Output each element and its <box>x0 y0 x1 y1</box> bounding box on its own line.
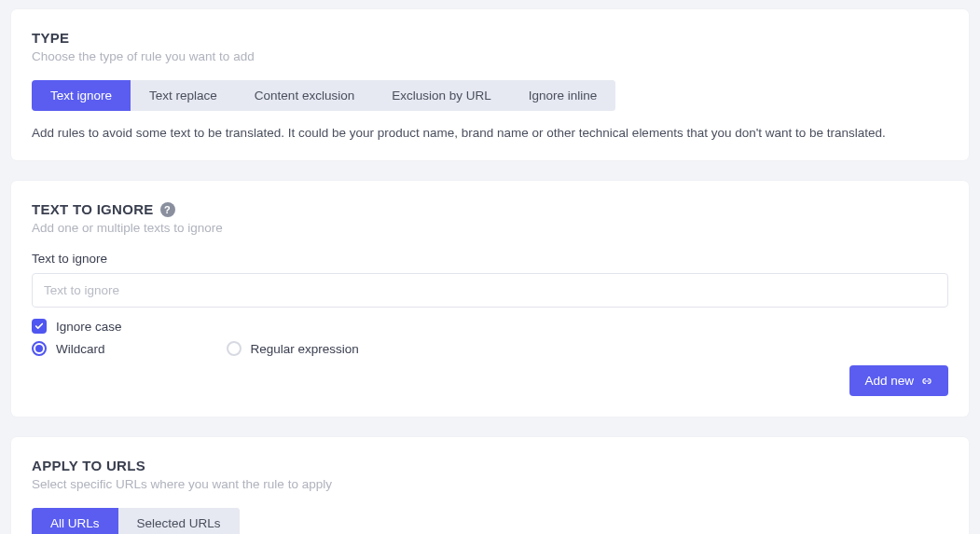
ignore-case-checkbox[interactable] <box>32 319 47 334</box>
apply-tabs: All URLs Selected URLs <box>32 508 240 534</box>
type-title: TYPE <box>32 30 948 46</box>
ignore-case-row[interactable]: Ignore case <box>32 319 948 334</box>
tab-content-exclusion[interactable]: Content exclusion <box>236 80 373 111</box>
tab-all-urls[interactable]: All URLs <box>32 508 118 534</box>
text-to-ignore-input[interactable] <box>32 273 948 308</box>
ignore-title: TEXT TO IGNORE ? <box>32 201 948 217</box>
help-icon[interactable]: ? <box>160 202 175 217</box>
ignore-case-label: Ignore case <box>56 320 122 334</box>
ignore-title-text: TEXT TO IGNORE <box>32 201 154 217</box>
ignore-subtitle: Add one or multiple texts to ignore <box>32 221 948 235</box>
apply-urls-card: APPLY TO URLS Select specific URLs where… <box>11 437 969 534</box>
apply-subtitle: Select specific URLs where you want the … <box>32 477 948 491</box>
link-icon <box>920 376 933 387</box>
add-new-button[interactable]: Add new <box>849 365 948 396</box>
tab-ignore-inline[interactable]: Ignore inline <box>510 80 616 111</box>
apply-title: APPLY TO URLS <box>32 458 948 473</box>
tab-text-replace[interactable]: Text replace <box>131 80 236 111</box>
radio-regex-label: Regular expression <box>251 342 359 356</box>
type-description: Add rules to avoid some text to be trans… <box>32 126 948 140</box>
text-to-ignore-card: TEXT TO IGNORE ? Add one or multiple tex… <box>11 181 969 417</box>
radio-wildcard-label: Wildcard <box>56 342 105 356</box>
type-subtitle: Choose the type of rule you want to add <box>32 49 948 63</box>
radio-wildcard-row[interactable]: Wildcard <box>32 341 105 356</box>
radio-wildcard[interactable] <box>32 341 47 356</box>
type-tabs: Text ignore Text replace Content exclusi… <box>32 80 615 111</box>
tab-exclusion-by-url[interactable]: Exclusion by URL <box>373 80 510 111</box>
radio-regex-row[interactable]: Regular expression <box>227 341 359 356</box>
add-new-label: Add new <box>864 374 914 388</box>
type-card: TYPE Choose the type of rule you want to… <box>11 9 969 160</box>
radio-regex[interactable] <box>227 341 242 356</box>
match-mode-group: Wildcard Regular expression <box>32 341 948 356</box>
tab-text-ignore[interactable]: Text ignore <box>32 80 131 111</box>
ignore-field-label: Text to ignore <box>32 252 948 266</box>
tab-selected-urls[interactable]: Selected URLs <box>118 508 240 534</box>
